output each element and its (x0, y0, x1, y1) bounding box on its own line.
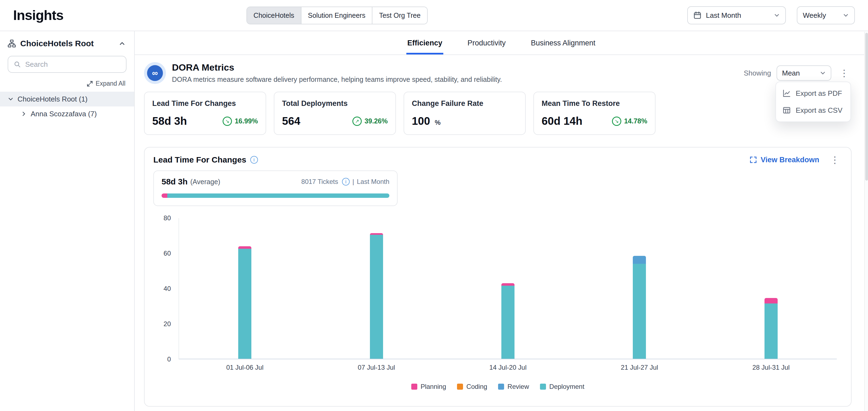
bar-week-1[interactable] (238, 218, 251, 359)
menu-item-export-pdf[interactable]: Export as PDF (776, 85, 850, 102)
metric-cards-row: Lead Time For Changes 58d 3h ↘ 16.99% To… (135, 84, 868, 135)
legend-swatch (540, 384, 546, 390)
legend-item-coding[interactable]: Coding (457, 383, 487, 390)
info-icon[interactable]: i (250, 156, 258, 164)
chevron-down-icon (820, 70, 826, 76)
page-title: Insights (13, 7, 64, 23)
tree-node-choicehotels-root[interactable]: ChoiceHotels Root (1) (0, 92, 134, 106)
bar-segment-review (633, 256, 646, 264)
granularity-select-value: Weekly (803, 11, 826, 20)
chevron-down-icon (843, 12, 849, 18)
distribution-segment-planning (161, 194, 167, 198)
average-value: 58d 3h (161, 177, 188, 186)
menu-item-export-csv[interactable]: Export as CSV (776, 102, 850, 119)
aggregation-select[interactable]: Mean (777, 65, 831, 81)
sidebar-search (8, 56, 126, 73)
dora-icon: ∞ (144, 62, 166, 84)
legend-item-review[interactable]: Review (498, 383, 529, 390)
tree-node-label: Anna Scozzafava (7) (31, 110, 97, 118)
search-icon (14, 61, 21, 68)
period-select[interactable]: Last Month (687, 6, 786, 24)
metric-card-title: Lead Time For Changes (152, 99, 258, 108)
tree-node-anna-scozzafava[interactable]: Anna Scozzafava (7) (0, 106, 134, 121)
org-tab-choicehotels[interactable]: ChoiceHotels (247, 7, 302, 24)
devops-loop-icon: ∞ (147, 65, 163, 81)
calendar-icon (693, 11, 702, 20)
menu-item-label: Export as CSV (796, 106, 842, 115)
tab-business-alignment[interactable]: Business Alignment (530, 31, 597, 55)
trend-value: 39.26% (365, 117, 388, 125)
view-breakdown-button[interactable]: View Breakdown (750, 156, 819, 164)
bar-segment-planning (501, 283, 515, 286)
dora-controls: Showing Mean ⋮ (744, 65, 851, 81)
metric-card-title: Total Deployments (282, 99, 388, 108)
org-tree-sidebar: ChoiceHotels Root (0, 31, 135, 411)
average-summary-card: 58d 3h (Average) 8017 Tickets i | Last M… (153, 170, 398, 206)
insights-app: Insights ChoiceHotels Solution Engineers… (0, 0, 868, 411)
bar-segment-deployment (501, 286, 515, 359)
dora-kebab-menu-icon[interactable]: ⋮ (837, 68, 851, 78)
bar-week-4[interactable] (633, 218, 646, 359)
bar-segment-planning (238, 246, 251, 249)
tab-efficiency[interactable]: Efficiency (406, 31, 443, 55)
bar-segment-deployment (238, 249, 251, 359)
period-select-value: Last Month (706, 11, 741, 20)
chart-y-axis: 020406080 (153, 218, 174, 359)
metric-card-mean-time-to-restore[interactable]: Mean Time To Restore 60d 14h ↘ 14.78% (533, 92, 655, 135)
scrollbar[interactable] (864, 32, 868, 411)
chart-title: Lead Time For Changes (153, 155, 246, 165)
metric-card-value: 60d 14h (541, 115, 582, 127)
chart-header: Lead Time For Changes i View Breakdown ⋮ (153, 155, 842, 165)
bar-segment-deployment (765, 304, 778, 359)
duration-distribution-bar (161, 194, 390, 198)
metric-card-lead-time[interactable]: Lead Time For Changes 58d 3h ↘ 16.99% (144, 92, 266, 135)
trend-badge: ↘ 14.78% (612, 116, 647, 126)
metric-card-change-failure-rate[interactable]: Change Failure Rate 100 % (404, 92, 526, 135)
bar-chart: 020406080 01 Jul-06 Jul07 Jul-13 Jul14 J… (153, 218, 842, 390)
legend-label: Coding (466, 383, 487, 390)
chart-kebab-menu-icon[interactable]: ⋮ (828, 155, 842, 165)
main-panel: Efficiency Productivity Business Alignme… (135, 31, 868, 411)
metric-card-title: Change Failure Rate (412, 99, 518, 108)
expand-arrows-icon (87, 81, 93, 87)
expand-all-label: Expand All (96, 80, 125, 87)
period-label: Last Month (357, 178, 390, 185)
info-icon[interactable]: i (342, 178, 350, 185)
bar-segment-deployment (633, 264, 646, 359)
org-tab-solution-engineers[interactable]: Solution Engineers (302, 7, 373, 24)
y-tick-label: 60 (163, 249, 171, 257)
showing-label: Showing (744, 69, 771, 77)
chevron-down-icon (8, 96, 14, 102)
bar-week-3[interactable] (501, 218, 515, 359)
scrollbar-thumb[interactable] (865, 33, 868, 181)
aggregation-select-value: Mean (782, 69, 800, 77)
metric-card-value: 100 (412, 115, 430, 127)
granularity-select[interactable]: Weekly (797, 6, 855, 24)
x-tick-label: 07 Jul-13 Jul (358, 364, 395, 371)
chevron-up-icon[interactable] (119, 40, 125, 47)
bar-week-2[interactable] (370, 218, 383, 359)
y-tick-label: 80 (163, 214, 171, 222)
legend-label: Review (507, 383, 529, 390)
bar-plot: 01 Jul-06 Jul07 Jul-13 Jul14 Jul-20 Jul2… (179, 218, 837, 359)
chart-line-icon (782, 89, 791, 97)
search-input[interactable] (25, 60, 121, 69)
metric-card-total-deployments[interactable]: Total Deployments 564 ↗ 39.26% (274, 92, 396, 135)
org-tab-test-org-tree[interactable]: Test Org Tree (372, 7, 427, 24)
content: ChoiceHotels Root (0, 31, 868, 411)
legend-item-planning[interactable]: Planning (411, 383, 446, 390)
legend-swatch (457, 384, 463, 390)
trend-down-icon: ↘ (223, 116, 232, 126)
legend-item-deployment[interactable]: Deployment (540, 383, 584, 390)
metric-card-unit: % (435, 119, 441, 126)
expand-all-button[interactable]: Expand All (9, 80, 125, 87)
bar-week-5[interactable] (765, 218, 778, 359)
tab-productivity[interactable]: Productivity (466, 31, 507, 55)
legend-label: Deployment (549, 383, 584, 390)
trend-up-icon: ↗ (352, 116, 362, 126)
chart-legend: PlanningCodingReviewDeployment (153, 383, 842, 390)
expand-icon (750, 156, 757, 163)
table-icon (782, 106, 791, 114)
sidebar-title: ChoiceHotels Root (20, 39, 94, 48)
chevron-right-icon (21, 111, 27, 117)
